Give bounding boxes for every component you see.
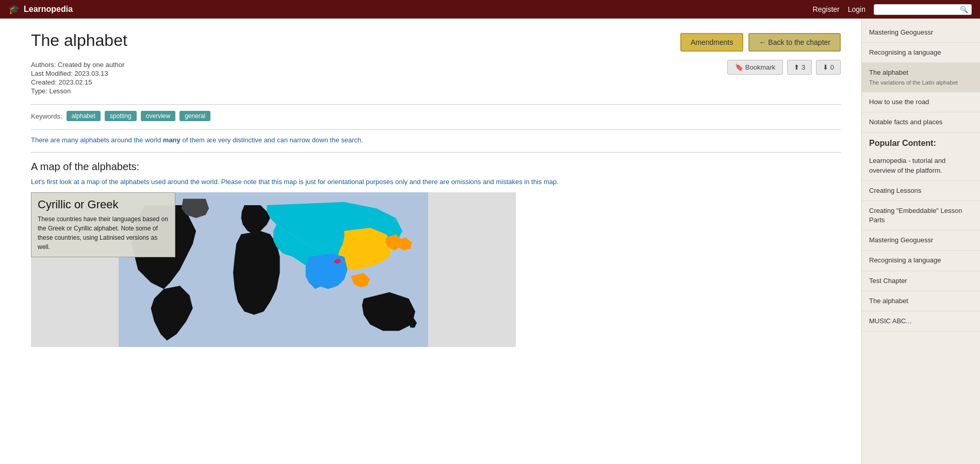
bookmark-button[interactable]: 🔖 Bookmark xyxy=(727,60,783,75)
title-row: The alphabet Amendments ← Back to the ch… xyxy=(31,31,841,52)
sidebar-item-label: Mastering Geoguessr xyxy=(869,28,933,36)
logo-area: 🎓 Learnopedia xyxy=(8,4,73,15)
sidebar-item-test-chapter[interactable]: Test Chapter xyxy=(862,271,980,291)
sidebar-item-label: Recognising a language xyxy=(869,48,941,56)
logo-text: Learnopedia xyxy=(24,5,73,14)
sidebar-item-sublabel: The variations of the Latin alphabet xyxy=(869,79,973,87)
register-link[interactable]: Register xyxy=(813,5,840,13)
keywords-row: Keywords: alphabet spotting overview gen… xyxy=(31,111,841,121)
keyword-tag-overview: overview xyxy=(141,111,175,121)
intro-text: There are many alphabets around the worl… xyxy=(31,136,841,144)
keyword-tag-alphabet: alphabet xyxy=(67,111,101,121)
sidebar-item-label: Test Chapter xyxy=(869,277,907,285)
title-buttons: Amendments ← Back to the chapter xyxy=(680,33,841,52)
logo-icon: 🎓 xyxy=(8,4,20,15)
upvote-button[interactable]: ⬆ 3 xyxy=(787,60,812,75)
back-to-chapter-button[interactable]: ← Back to the chapter xyxy=(748,33,841,52)
sidebar-item-recognising-language[interactable]: Recognising a language xyxy=(862,43,980,63)
sidebar-item-notable-facts[interactable]: Notable facts and places xyxy=(862,112,980,132)
sidebar: Mastering Geoguessr Recognising a langua… xyxy=(861,19,980,464)
divider-3 xyxy=(31,152,841,153)
sidebar-item-mastering-geoguessr-popular[interactable]: Mastering Geoguessr xyxy=(862,230,980,251)
sidebar-item-music-abc[interactable]: MUSIC ABC... xyxy=(862,311,980,332)
sidebar-item-label: How to use the road xyxy=(869,98,929,106)
sidebar-item-label: Creating "Embeddable" Lesson Parts xyxy=(869,207,962,224)
map-tooltip: Cyrillic or Greek These countries have t… xyxy=(31,192,175,257)
sidebar-item-tutorial[interactable]: Learnopedia - tutorial and overview of t… xyxy=(862,151,980,180)
page-title: The alphabet xyxy=(31,31,127,50)
meta-left: Authors: Created by one author Last Modi… xyxy=(31,60,124,96)
divider-1 xyxy=(31,104,841,105)
sidebar-item-label: Learnopedia - tutorial and overview of t… xyxy=(869,157,945,174)
sidebar-item-label: The alphabet xyxy=(869,297,908,305)
search-icon: 🔍 xyxy=(960,6,968,13)
section1-heading: A map of the alphabets: xyxy=(31,161,841,173)
amendments-button[interactable]: Amendments xyxy=(680,33,743,52)
sidebar-item-creating-lessons[interactable]: Creating Lessons xyxy=(862,181,980,201)
meta-section: Authors: Created by one author Last Modi… xyxy=(31,60,841,96)
downvote-button[interactable]: ⬇ 0 xyxy=(816,60,841,75)
sidebar-item-recognising-popular[interactable]: Recognising a language xyxy=(862,251,980,271)
login-link[interactable]: Login xyxy=(848,5,865,13)
sidebar-item-label: Creating Lessons xyxy=(869,187,921,194)
topnav: 🎓 Learnopedia Register Login 🔍 xyxy=(0,0,980,19)
highlight-many: many xyxy=(163,136,181,144)
created-text: Created: 2023.02.15 xyxy=(31,78,124,86)
search-input[interactable] xyxy=(877,6,960,13)
tooltip-title: Cyrillic or Greek xyxy=(38,198,169,211)
keyword-tag-general: general xyxy=(179,111,210,121)
sidebar-item-label: The alphabet xyxy=(869,68,973,77)
main-content: The alphabet Amendments ← Back to the ch… xyxy=(0,19,861,464)
section1-subtext: Let's first look at a map of the alphabe… xyxy=(31,177,841,187)
tooltip-text: These countries have their languages bas… xyxy=(38,214,169,252)
sidebar-item-label: Mastering Geoguessr xyxy=(869,236,933,244)
keyword-tag-spotting: spotting xyxy=(105,111,137,121)
sidebar-item-road[interactable]: How to use the road xyxy=(862,92,980,112)
sidebar-item-label: Recognising a language xyxy=(869,256,941,264)
keywords-label: Keywords: xyxy=(31,112,62,120)
topnav-right: Register Login 🔍 xyxy=(813,4,972,15)
meta-right: 🔖 Bookmark ⬆ 3 ⬇ 0 xyxy=(727,60,841,75)
sidebar-item-mastering-geoguessr[interactable]: Mastering Geoguessr xyxy=(862,23,980,43)
sidebar-item-label: Notable facts and places xyxy=(869,118,942,126)
popular-content-title: Popular Content: xyxy=(862,132,980,151)
divider-2 xyxy=(31,129,841,130)
search-box[interactable]: 🔍 xyxy=(874,4,972,15)
type-text: Type: Lesson xyxy=(31,87,124,95)
last-modified-text: Last Modified: 2023.03.13 xyxy=(31,70,124,77)
sidebar-item-label: MUSIC ABC... xyxy=(869,317,911,325)
authors-text: Authors: Created by one author xyxy=(31,61,124,69)
sidebar-item-embeddable[interactable]: Creating "Embeddable" Lesson Parts xyxy=(862,201,980,230)
map-container: Cyrillic or Greek These countries have t… xyxy=(31,192,516,347)
page-layout: The alphabet Amendments ← Back to the ch… xyxy=(0,19,980,464)
sidebar-item-alphabet-popular[interactable]: The alphabet xyxy=(862,291,980,311)
sidebar-item-alphabet[interactable]: The alphabet The variations of the Latin… xyxy=(862,63,980,92)
